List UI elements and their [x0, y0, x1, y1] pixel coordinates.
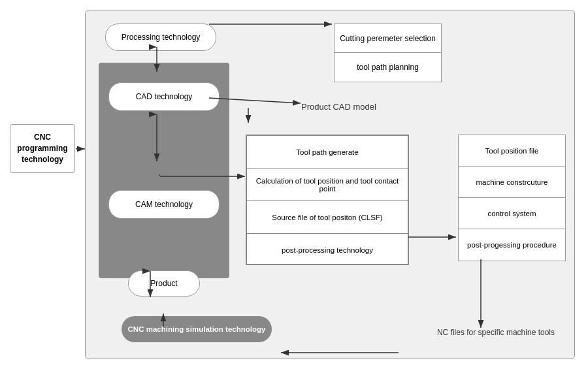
cad-cam-area: CAD technology CAM technology [99, 63, 229, 278]
cnc-programming-box: CNC programming technology [10, 124, 75, 173]
product-cad-model-label: Product CAD model [301, 102, 376, 112]
machine-constrcuture-row: machine constrcuture [459, 167, 565, 198]
product-oval: Product [128, 270, 200, 297]
post-progessing-row: post-progessing procedure [459, 229, 565, 261]
right-output-box: Tool position file machine constrcuture … [458, 135, 566, 261]
source-file-row: Source file of tool positon (CLSF) [247, 201, 408, 234]
cutting-parameter-box: Cutting peremeter selection tool path pl… [334, 24, 442, 82]
nc-files-label: NC files for specific machine tools [437, 328, 555, 337]
cnc-simulation-box: CNC machining simulation technology [122, 316, 272, 342]
control-system-row: control system [459, 198, 565, 229]
cam-operations-box: Tool path generate Calculation of tool p… [246, 135, 409, 265]
tool-position-file-row: Tool position file [459, 135, 565, 167]
calculation-row: Calculation of tool position and tool co… [247, 168, 408, 201]
tool-path-generate-row: Tool path generate [247, 136, 408, 168]
processing-technology-box: Processing technology [105, 24, 216, 51]
cam-technology-box: CAM technology [108, 190, 220, 219]
post-processing-row: post-processing technology [247, 234, 408, 266]
cutting-selection-label: Cutting peremeter selection [335, 24, 441, 53]
cad-technology-box: CAD technology [108, 82, 220, 111]
main-diagram: Processing technology CAD technology CAM… [85, 10, 575, 359]
cnc-label: CNC programming technology [17, 132, 67, 165]
tool-path-planning-label: tool path planning [335, 53, 441, 82]
